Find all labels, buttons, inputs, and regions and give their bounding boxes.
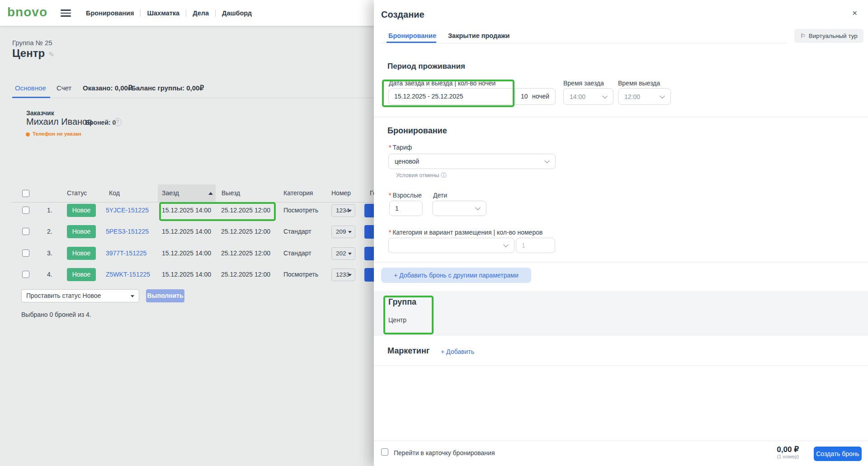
children-select[interactable] bbox=[432, 201, 486, 216]
goto-card-label: Перейти в карточку бронирования bbox=[394, 449, 495, 457]
caret-down-icon bbox=[348, 231, 352, 233]
panel-title: Создание bbox=[381, 9, 425, 20]
edit-pencil-icon[interactable]: ✎ bbox=[48, 51, 54, 58]
bnovo-logo[interactable]: bnovo bbox=[7, 5, 47, 19]
select-all-checkbox[interactable] bbox=[22, 190, 29, 197]
bulk-action-select[interactable]: Проставить статус Новое bbox=[21, 289, 139, 302]
checkout-time-label: Время выезда bbox=[618, 80, 660, 87]
group-value: Центр bbox=[388, 316, 406, 324]
phone-warning-text: Телефон не указан bbox=[33, 131, 81, 137]
main-nav: Бронирования Шахматка Дела Дашборд bbox=[86, 0, 252, 26]
category-select[interactable] bbox=[388, 238, 514, 253]
chevron-down-icon bbox=[503, 242, 508, 247]
tab-booking[interactable]: Бронирование bbox=[388, 32, 436, 39]
help-question-icon[interactable]: ? bbox=[113, 118, 122, 126]
row-checkbox[interactable] bbox=[22, 271, 29, 278]
customer-name[interactable]: Михаил Иванов bbox=[26, 117, 92, 127]
row-index: 4. bbox=[47, 264, 52, 285]
add-booking-button[interactable]: + Добавить бронь с другими параметрами bbox=[381, 268, 531, 283]
status-badge: Новое bbox=[67, 247, 96, 260]
provided-amount: Оказано: 0,00₽ bbox=[83, 84, 132, 92]
status-badge: Новое bbox=[67, 225, 96, 238]
room-category: Посмотреть bbox=[283, 264, 318, 285]
row-checkbox[interactable] bbox=[22, 228, 29, 235]
date-range-value[interactable]: 15.12.2025 - 25.12.2025 bbox=[394, 89, 463, 104]
booking-code-link[interactable]: 5PES3-151225 bbox=[106, 221, 149, 242]
status-badge: Новое bbox=[67, 268, 96, 281]
room-number-dropdown[interactable]: 202 bbox=[331, 247, 355, 260]
caret-down-icon bbox=[348, 210, 352, 212]
room-number-dropdown[interactable]: 209 bbox=[331, 226, 355, 238]
section-divider bbox=[374, 262, 868, 263]
phone-warning-dot bbox=[26, 132, 30, 137]
adults-input[interactable]: 1 bbox=[389, 201, 423, 216]
checkin-time-select[interactable]: 14:00 bbox=[563, 88, 613, 105]
tabs-divider bbox=[11, 98, 374, 98]
hamburger-menu-icon[interactable] bbox=[61, 9, 71, 19]
date-range-label: Дата заезда и выезда | кол-во ночей bbox=[389, 80, 495, 87]
info-icon: ⓘ bbox=[441, 172, 447, 179]
tab-invoice[interactable]: Счет bbox=[57, 84, 71, 92]
checkout-time-select[interactable]: 12:00 bbox=[618, 88, 671, 105]
checkout-date: 25.12.2025 12:00 bbox=[221, 221, 270, 242]
checkout-date: 25.12.2025 12:00 bbox=[221, 264, 270, 285]
room-number-dropdown[interactable]: 1234 bbox=[331, 204, 355, 217]
table-row: 1. Новое 5YJCE-151225 15.12.2025 14:00 2… bbox=[0, 200, 374, 221]
row-index: 2. bbox=[47, 221, 52, 242]
input-group-divider bbox=[515, 89, 515, 104]
required-mark: * bbox=[389, 144, 391, 151]
section-divider bbox=[374, 117, 868, 117]
execute-button[interactable]: Выполнить bbox=[146, 289, 184, 302]
booking-code-link[interactable]: 3977T-151225 bbox=[106, 243, 146, 264]
caret-down-icon bbox=[131, 295, 134, 297]
room-number-dropdown[interactable]: 1233 bbox=[331, 268, 355, 281]
date-range-input-group[interactable]: 15.12.2025 - 25.12.2025 10 ночей bbox=[388, 88, 556, 105]
checkout-date: 25.12.2025 12:00 bbox=[221, 243, 270, 264]
booking-code-link[interactable]: Z5WKT-151225 bbox=[106, 264, 150, 285]
nav-item-tasks[interactable]: Дела bbox=[193, 9, 209, 17]
required-mark: * bbox=[389, 192, 391, 199]
children-label: Дети bbox=[433, 192, 447, 199]
sort-asc-icon[interactable] bbox=[208, 192, 213, 195]
row-checkbox[interactable] bbox=[22, 249, 29, 257]
room-category: Стандарт bbox=[283, 243, 311, 264]
booking-heading: Бронирование bbox=[387, 126, 447, 136]
close-icon[interactable]: × bbox=[852, 8, 857, 18]
row-index: 3. bbox=[47, 243, 52, 264]
caret-down-icon bbox=[348, 274, 352, 276]
tariff-select[interactable]: ценовой bbox=[388, 154, 556, 169]
category-label: *Категория и вариант размещения | кол-во… bbox=[389, 229, 542, 236]
tab-main[interactable]: Основное bbox=[15, 84, 46, 92]
status-badge: Новое bbox=[67, 204, 96, 217]
nav-item-dashboard[interactable]: Дашборд bbox=[222, 9, 252, 17]
tab-main-underline bbox=[12, 97, 50, 98]
group-number-label: Группа № 25 bbox=[12, 39, 52, 47]
customer-bookings-count: Броней: 0 bbox=[85, 119, 116, 126]
nav-separator bbox=[140, 9, 141, 17]
tariff-label: *Тариф bbox=[389, 144, 412, 151]
caret-down-icon bbox=[348, 253, 352, 255]
goto-card-checkbox[interactable] bbox=[381, 448, 388, 456]
booking-code-link[interactable]: 5YJCE-151225 bbox=[106, 200, 149, 221]
stay-period-heading: Период проживания bbox=[387, 62, 465, 71]
cancellation-terms-link[interactable]: Условия отмены ⓘ bbox=[396, 172, 446, 179]
selection-summary: Выбрано 0 броней из 4. bbox=[21, 311, 91, 318]
virtual-tour-button[interactable]: ⚐ Виртуальный тур bbox=[794, 29, 863, 43]
rooms-count-input[interactable]: 1 bbox=[516, 238, 555, 253]
nav-item-chessboard[interactable]: Шахматка bbox=[147, 9, 179, 17]
marketing-add-link[interactable]: + Добавить bbox=[441, 348, 474, 355]
nav-item-bookings[interactable]: Бронирования bbox=[86, 9, 134, 17]
nights-count[interactable]: 10 bbox=[521, 89, 528, 104]
group-balance: Баланс группы: 0,00₽ bbox=[131, 84, 204, 92]
checkout-date: 25.12.2025 12:00 bbox=[221, 200, 270, 221]
create-booking-button[interactable]: Создать бронь bbox=[814, 447, 862, 461]
table-row: 2. Новое 5PES3-151225 15.12.2025 14:00 2… bbox=[0, 221, 374, 242]
customer-label: Заказчик bbox=[26, 109, 54, 117]
chevron-down-icon bbox=[660, 93, 665, 98]
create-booking-panel: Создание × Бронирование Закрытие продажи… bbox=[374, 0, 868, 466]
tab-close-sales[interactable]: Закрытие продажи bbox=[448, 32, 510, 39]
required-mark: * bbox=[389, 229, 391, 236]
row-index: 1. bbox=[47, 200, 52, 221]
row-checkbox[interactable] bbox=[22, 207, 29, 214]
chevron-down-icon bbox=[602, 93, 607, 98]
